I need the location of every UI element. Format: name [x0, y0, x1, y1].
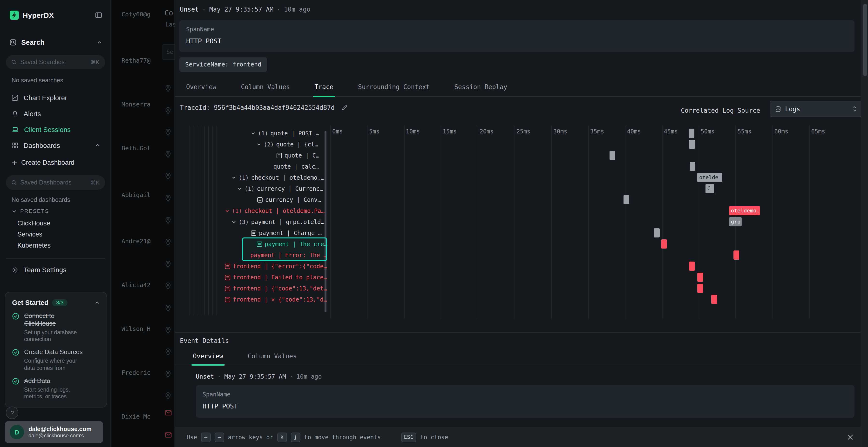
user-tooltip-line: dale@clickhouse.com's [28, 433, 92, 438]
preset-item-kubernetes[interactable]: Kubernetes [18, 240, 51, 251]
span-duration-bar[interactable] [610, 151, 615, 160]
drawer-scrollbar [861, 0, 868, 447]
saved-searches-placeholder: Saved Searches [20, 59, 64, 66]
tree-indent-guide [216, 126, 217, 315]
span-label: payment | The cre… [265, 241, 328, 247]
span-duration-bar[interactable] [689, 262, 695, 271]
expand-chevron-icon[interactable] [231, 219, 236, 224]
sidebar-item-dashboards[interactable]: Dashboards [0, 137, 111, 153]
event-status: Unset [180, 6, 199, 13]
tab-session-replay[interactable]: Session Replay [453, 77, 508, 96]
edit-pencil-icon[interactable] [341, 105, 348, 111]
span-duration-bar[interactable] [623, 195, 629, 204]
expand-chevron-icon[interactable] [231, 175, 236, 180]
search-section-label: Search [21, 38, 44, 46]
trace-span-row[interactable]: (1)quote | POST … [251, 128, 319, 139]
trace-id-text: TraceId: 956f3b4a44b03aa4daf946242554d87… [180, 104, 335, 111]
grid-icon [11, 142, 18, 148]
service-name-chip[interactable]: ServiceName: frontend [179, 57, 267, 72]
trace-span-row[interactable]: frontend | × {"code":13,"d… [225, 294, 327, 305]
preset-item-clickhouse[interactable]: ClickHouse [18, 218, 51, 229]
hyperdx-logo-icon [10, 10, 19, 20]
span-label: frontend | {"code":13,"det… [233, 285, 327, 291]
sidebar-nav: Chart ExplorerAlertsClient SessionsDashb… [0, 90, 111, 153]
span-duration-bar[interactable]: grp [729, 217, 741, 227]
trace-span-row[interactable]: (3)payment | grpc.oteld… [231, 216, 324, 227]
key-k: k [277, 432, 287, 442]
trace-span-row[interactable]: (1)currency | Currenc… [237, 183, 323, 194]
span-duration-bar[interactable] [654, 228, 660, 238]
get-started-header[interactable]: Get Started 3/3 [12, 299, 100, 306]
sidebar-item-chart-explorer[interactable]: Chart Explorer [0, 90, 111, 105]
expand-chevron-icon[interactable] [237, 186, 242, 191]
span-duration-bar[interactable]: oteldemo. [729, 206, 760, 215]
get-started-item[interactable]: Create Data SourcesConfigure where your … [12, 348, 100, 371]
tab-trace[interactable]: Trace [313, 77, 335, 96]
user-tooltip[interactable]: D dale@clickhouse.com dale@clickhouse.co… [5, 421, 103, 443]
tab-surrounding-context[interactable]: Surrounding Context [356, 77, 431, 96]
span-duration-bar[interactable] [711, 295, 717, 304]
span-duration-bar[interactable] [689, 140, 695, 149]
saved-dashboards-placeholder: Saved Dashboards [20, 179, 72, 186]
get-started-item[interactable]: Add DataStart sending logs, metrics, or … [12, 377, 100, 400]
trace-span-row[interactable]: quote | calc… [273, 161, 319, 172]
check-circle-icon [12, 313, 19, 320]
time-tick-label: 30ms [553, 128, 567, 135]
span-duration-bar[interactable]: otelde [697, 173, 722, 182]
close-icon[interactable] [847, 434, 854, 441]
chevron-up-icon[interactable] [94, 300, 100, 305]
log-source-select[interactable]: Logs [770, 101, 862, 117]
preset-item-services[interactable]: Services [18, 229, 51, 240]
span-duration-bar[interactable] [661, 239, 667, 248]
saved-dashboards-input[interactable]: Saved Dashboards ⌘K [6, 175, 105, 190]
expand-chevron-icon[interactable] [251, 131, 255, 136]
get-started-item[interactable]: Connect to ClickHouseSet up your databas… [12, 312, 100, 343]
help-button[interactable]: ? [6, 407, 18, 419]
sidebar-item-team-settings[interactable]: Team Settings [11, 266, 66, 274]
child-count: (1) [258, 130, 268, 137]
trace-span-row[interactable]: currency | Conv… [257, 194, 321, 205]
trace-span-row[interactable]: payment | Error: The … [250, 249, 327, 261]
tab-column-values[interactable]: Column Values [246, 348, 298, 365]
chevron-up-icon[interactable] [97, 40, 102, 45]
span-duration-bar[interactable] [697, 273, 703, 282]
trace-span-row[interactable]: (1)checkout | oteldemo.Pa… [225, 205, 324, 216]
span-duration-bar[interactable]: C [706, 184, 714, 193]
collapse-sidebar-icon[interactable] [95, 11, 102, 19]
sidebar-section-search[interactable]: Search [10, 38, 102, 46]
tab-overview[interactable]: Overview [185, 77, 218, 96]
log-event-icon [225, 297, 230, 302]
key-arrow-left: ← [201, 432, 211, 442]
sidebar-divider [6, 258, 105, 259]
span-duration-bar[interactable] [697, 284, 703, 293]
get-started-item-subtitle: Start sending logs, metrics, or traces [24, 386, 89, 400]
trace-span-row[interactable]: (2)quote | {cl… [256, 139, 318, 150]
expand-chevron-icon[interactable] [256, 142, 261, 147]
trace-span-row[interactable]: frontend | Failed to place… [225, 272, 327, 283]
time-gridline [773, 126, 773, 318]
span-duration-bar[interactable] [734, 250, 739, 260]
sidebar-item-alerts[interactable]: Alerts [0, 105, 111, 122]
create-dashboard-button[interactable]: Create Dashboard [11, 159, 74, 166]
chevron-up-icon[interactable] [95, 143, 100, 148]
trace-span-row[interactable]: payment | Charge … [251, 227, 322, 238]
time-gridline [367, 126, 368, 318]
get-started-item-title: Connect to ClickHouse [24, 312, 83, 327]
span-duration-bar[interactable] [690, 162, 695, 171]
scrollbar-thumb[interactable] [863, 4, 867, 76]
expand-chevron-icon[interactable] [225, 208, 229, 213]
trace-span-row[interactable]: payment | The cre… [256, 238, 328, 249]
tab-column-values[interactable]: Column Values [240, 77, 291, 96]
bell-icon [11, 110, 18, 117]
trace-span-row[interactable]: quote | C… [276, 150, 319, 161]
event-details-tabline [175, 365, 861, 365]
tab-overview[interactable]: Overview [191, 348, 224, 365]
presets-toggle[interactable]: PRESETS [11, 208, 49, 214]
span-duration-bar[interactable] [688, 129, 694, 138]
trace-span-row[interactable]: frontend | {"error":{"code… [225, 261, 327, 272]
time-tick-label: 60ms [774, 128, 788, 135]
trace-span-row[interactable]: frontend | {"code":13,"det… [225, 283, 327, 294]
saved-searches-input[interactable]: Saved Searches ⌘K [6, 55, 105, 69]
sidebar-item-client-sessions[interactable]: Client Sessions [0, 122, 111, 137]
trace-span-row[interactable]: (1)checkout | oteldemo.… [231, 172, 324, 183]
